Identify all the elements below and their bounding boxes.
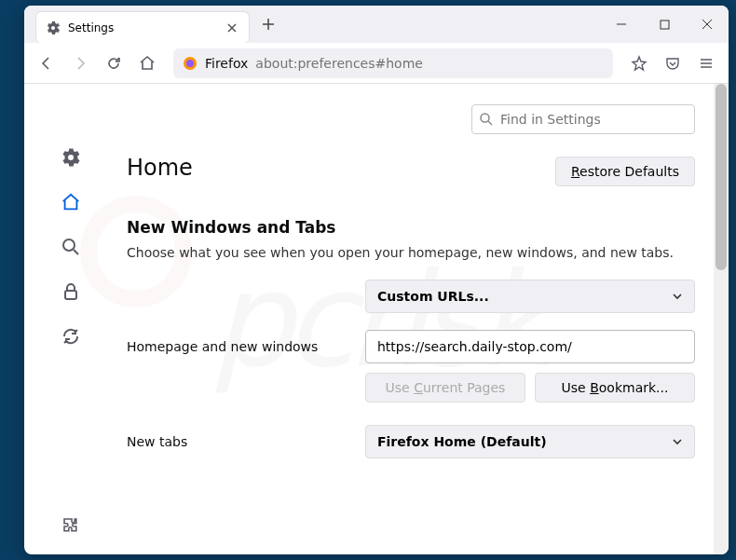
svg-point-2: [186, 60, 194, 67]
forward-button[interactable]: [65, 48, 95, 78]
new-tab-button[interactable]: [255, 11, 281, 37]
sidebar-home-icon[interactable]: [61, 192, 81, 212]
sidebar-privacy-icon[interactable]: [61, 281, 81, 302]
svg-point-3: [63, 239, 75, 251]
sidebar-extensions-icon[interactable]: [61, 515, 81, 536]
svg-rect-4: [65, 291, 76, 299]
homepage-field-label: Homepage and new windows: [127, 339, 350, 354]
firefox-icon: [183, 56, 198, 71]
main-content: Home Restore Defaults New Windows and Ta…: [117, 84, 729, 554]
sidebar-sync-icon[interactable]: [61, 326, 81, 347]
use-bookmark-button[interactable]: Use Bookmark...: [535, 373, 695, 403]
chevron-down-icon: [672, 436, 683, 447]
urlbar-text: about:preferences#home: [255, 56, 423, 71]
url-bar[interactable]: Firefox about:preferences#home: [173, 48, 613, 78]
urlbar-prefix: Firefox: [205, 56, 248, 71]
maximize-button[interactable]: [643, 6, 686, 43]
back-button[interactable]: [32, 48, 61, 78]
section-description: Choose what you see when you open your h…: [127, 244, 710, 263]
section-title: New Windows and Tabs: [127, 218, 710, 237]
svg-rect-0: [661, 20, 669, 29]
homepage-select[interactable]: Custom URLs...: [365, 280, 695, 313]
bookmark-star-icon[interactable]: [624, 48, 654, 78]
use-current-pages-button[interactable]: Use Current Pages: [365, 373, 525, 403]
svg-point-5: [481, 114, 489, 122]
newtabs-select[interactable]: Firefox Home (Default): [365, 425, 695, 458]
newtabs-select-value: Firefox Home (Default): [377, 434, 547, 449]
restore-defaults-button[interactable]: Restore Defaults: [555, 157, 695, 186]
search-icon: [479, 112, 494, 127]
chevron-down-icon: [672, 291, 683, 302]
sidebar: [24, 84, 117, 554]
pocket-icon[interactable]: [658, 48, 688, 78]
toolbar: Firefox about:preferences#home: [24, 43, 729, 84]
close-icon[interactable]: [225, 20, 239, 35]
home-button[interactable]: [132, 48, 162, 78]
scrollbar[interactable]: [714, 84, 729, 554]
sidebar-search-icon[interactable]: [61, 237, 81, 257]
homepage-select-value: Custom URLs...: [377, 289, 489, 304]
tab-settings[interactable]: Settings: [35, 11, 250, 43]
minimize-button[interactable]: [600, 6, 643, 43]
newtabs-label: New tabs: [127, 434, 350, 449]
tab-title: Settings: [68, 21, 217, 34]
scrollbar-thumb[interactable]: [716, 84, 727, 270]
tab-bar: Settings: [24, 6, 729, 43]
settings-search[interactable]: [471, 104, 695, 134]
homepage-url-input[interactable]: [365, 330, 695, 363]
settings-search-input[interactable]: [471, 104, 695, 134]
gear-icon: [46, 20, 61, 35]
close-window-button[interactable]: [686, 6, 729, 43]
menu-button[interactable]: [691, 48, 721, 78]
sidebar-general-icon[interactable]: [61, 147, 81, 168]
reload-button[interactable]: [99, 48, 129, 78]
